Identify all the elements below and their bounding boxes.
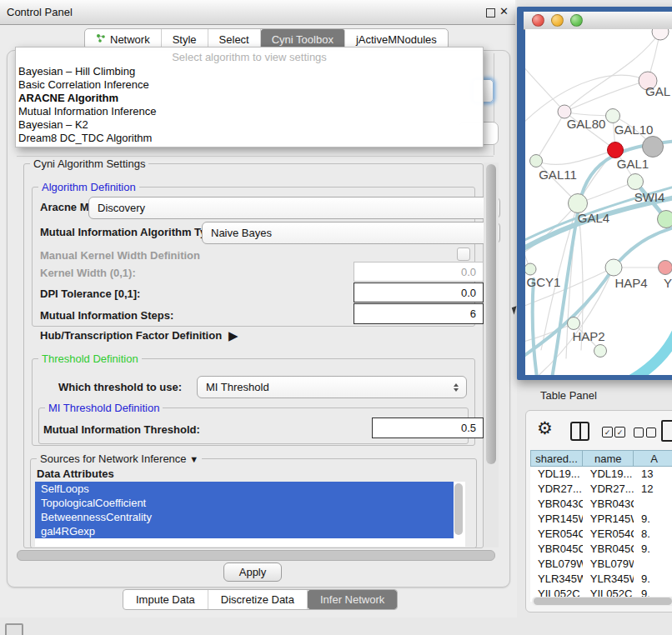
algorithm-option[interactable]: Dream8 DC_TDC Algorithm [16, 132, 483, 145]
network-edge[interactable] [525, 50, 564, 112]
network-node[interactable] [643, 137, 664, 158]
split-columns-icon[interactable] [570, 422, 589, 441]
table-row[interactable]: YBR045CYBR045C9. [530, 542, 672, 557]
gear-icon[interactable]: ⚙ [537, 419, 553, 437]
attribute-item[interactable]: gal4RGexp [35, 524, 454, 538]
threshold-legend: Threshold Definition [38, 352, 142, 365]
attr-list-scrollbar[interactable] [454, 483, 463, 535]
attribute-item[interactable]: TopologicalCoefficient [35, 496, 454, 510]
table-row[interactable]: YBL079WYBL079W [530, 557, 672, 572]
attribute-item[interactable]: SelfLoops [35, 482, 454, 496]
network-icon [96, 33, 106, 46]
table-row[interactable]: YPR145WYPR145W9. [530, 512, 672, 527]
table-row[interactable]: YDL19...YDL19...13 [530, 467, 672, 482]
zoom-window-icon[interactable] [570, 14, 583, 27]
hidden-groupbox-bottom [17, 156, 494, 157]
network-edge[interactable] [533, 279, 538, 375]
network-node-swi4[interactable] [628, 174, 644, 190]
mi-steps-field[interactable]: 6 [354, 303, 484, 324]
attribute-item[interactable]: BetweennessCentrality [35, 510, 454, 524]
table-row[interactable]: YER054CYER054C8. [530, 527, 672, 542]
manual-kernel-label: Manual Kernel Width Definition [40, 249, 200, 262]
data-attributes-list[interactable]: SelfLoopsTopologicalCoefficientBetweenne… [35, 482, 465, 547]
select-all-checkbox-icon[interactable]: ✓ [614, 427, 625, 438]
network-edge[interactable] [536, 112, 564, 161]
algorithm-option[interactable]: Mutual Information Inference [16, 105, 483, 118]
table-cell: YDL19... [583, 467, 634, 482]
close-window-icon[interactable] [532, 14, 544, 27]
settings-vscrollbar-thumb[interactable] [486, 164, 496, 464]
apply-button[interactable]: Apply [223, 562, 282, 582]
table-cell: YBL079W [530, 557, 583, 572]
spinner-icon [454, 383, 459, 392]
table-cell: YER054C [583, 527, 634, 542]
collapse-down-arrow-icon[interactable]: ▼ [189, 454, 198, 464]
minimize-window-icon[interactable] [551, 14, 564, 27]
table-row[interactable]: YBR043CYBR043C [530, 497, 672, 512]
algorithm-option[interactable]: Bayesian – K2 [16, 118, 483, 132]
dpi-tolerance-field[interactable]: 0.0 [354, 282, 484, 302]
network-node-hap2[interactable] [568, 318, 580, 330]
table-cell: YLR345W [530, 572, 583, 587]
close-icon[interactable]: ✕ [499, 5, 509, 18]
network-node[interactable] [658, 211, 672, 228]
network-node-gal1[interactable] [608, 142, 624, 158]
which-threshold-select[interactable]: MI Threshold [197, 376, 467, 398]
table-hscrollbar[interactable] [532, 597, 672, 606]
table-hscrollbar-thumb[interactable] [534, 598, 672, 605]
algorithm-option-selected[interactable]: ARACNE Algorithm [16, 92, 483, 105]
network-node-hap4[interactable] [605, 259, 622, 276]
manual-kernel-checkbox[interactable] [457, 248, 470, 261]
minimized-panel-icon[interactable] [5, 623, 23, 635]
table-panel-title: Table Panel [540, 389, 597, 402]
network-edge[interactable] [618, 325, 672, 375]
table-cell: YDR27... [583, 482, 634, 497]
network-node-gcy1[interactable] [525, 263, 536, 275]
table-header-row[interactable]: shared...nameA [530, 450, 672, 467]
expand-right-arrow-icon[interactable]: ▶ [228, 328, 238, 343]
algorithm-option[interactable]: Basic Correlation Inference [16, 78, 483, 92]
deselect-checkbox-icon[interactable] [634, 428, 644, 438]
tab-discretize-data[interactable]: Discretize Data [208, 590, 308, 609]
table-cell: YPR145W [530, 512, 583, 527]
table-row[interactable]: YLR345WYLR345W9. [530, 572, 672, 587]
kernel-width-label: Kernel Width (0,1): [40, 267, 136, 279]
hub-definition-label[interactable]: Hub/Transcription Factor Definition [40, 329, 222, 342]
mi-threshold-field[interactable]: 0.5 [372, 418, 484, 438]
network-window-titlebar[interactable] [524, 12, 672, 30]
column-header[interactable]: name [583, 450, 634, 467]
network-node-y[interactable] [659, 261, 672, 275]
node-label: GCY1 [527, 275, 561, 289]
page-icon[interactable] [661, 420, 672, 442]
algorithm-option[interactable]: Bayesian – Hill Climbing [16, 65, 483, 78]
deselect-checkbox-icon[interactable] [646, 428, 656, 438]
column-header[interactable]: shared... [530, 450, 583, 467]
table-cell: YBR045C [583, 542, 634, 557]
tab-impute-data[interactable]: Impute Data [123, 590, 208, 609]
table-cell: YER054C [530, 527, 583, 542]
network-node-gal10[interactable] [606, 109, 620, 123]
network-node[interactable] [594, 345, 607, 358]
control-panel-title: Control Panel [7, 6, 73, 18]
column-header[interactable]: A [634, 450, 672, 467]
kernel-width-field[interactable]: 0.0 [354, 262, 484, 282]
network-canvas[interactable]: GALGAL80GAL10GAL1GAL11SWI4GAL4GCY1HAP4YH… [525, 29, 672, 375]
tab-infer-network[interactable]: Infer Network [308, 590, 397, 609]
mi-type-select[interactable]: Naive Bayes [202, 222, 500, 244]
dpi-tolerance-label: DPI Tolerance [0,1]: [40, 288, 140, 300]
settings-hscrollbar[interactable] [17, 550, 495, 561]
float-panel-icon[interactable] [486, 8, 495, 18]
table-cell: YPR145W [583, 512, 634, 527]
aracne-mode-select[interactable]: Discovery [88, 197, 500, 219]
table-cell: YBR043C [583, 497, 634, 512]
table-row[interactable]: YDR27...YDR27...12 [530, 482, 672, 497]
select-all-checkbox-icon[interactable]: ✓ [602, 427, 613, 438]
table-cell: 13 [634, 467, 672, 482]
network-node-gal11[interactable] [530, 155, 543, 168]
network-node[interactable] [652, 29, 669, 40]
table-cell: YDL19... [530, 467, 583, 482]
algorithm-placeholder: Select algorithm to view settings [16, 49, 483, 65]
control-panel-titlebar [0, 0, 515, 25]
network-view-window[interactable]: GALGAL80GAL10GAL1GAL11SWI4GAL4GCY1HAP4YH… [517, 7, 672, 380]
mi-steps-label: Mutual Information Steps: [40, 309, 173, 322]
